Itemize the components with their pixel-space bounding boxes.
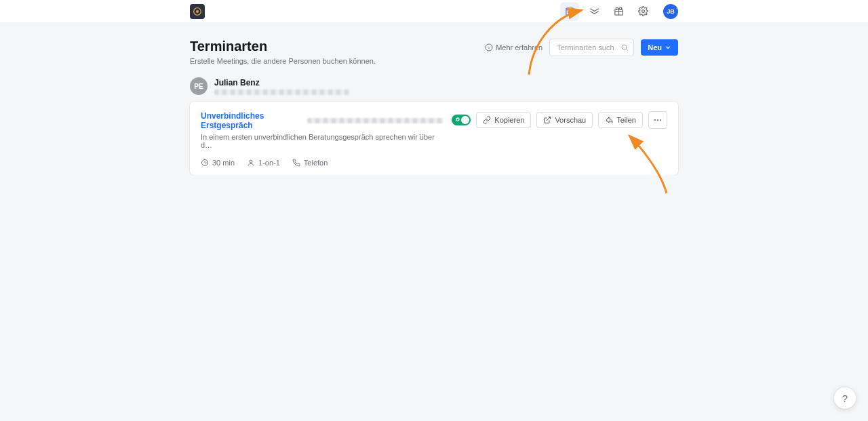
app-logo[interactable] (190, 4, 205, 19)
page-title: Terminarten (190, 39, 376, 54)
meta-duration: 30 min (201, 159, 235, 167)
page-header: Terminarten Erstelle Meetings, die ander… (190, 39, 678, 65)
share-icon (605, 116, 613, 124)
meta-location: Telefon (292, 159, 328, 167)
copy-button[interactable]: Kopieren (476, 112, 531, 128)
search-input-wrap (549, 39, 634, 56)
event-type-title[interactable]: Unverbindliches Erstgespräch (201, 111, 303, 130)
learn-more-label: Mehr erfahren (496, 43, 542, 52)
preview-label: Vorschau (555, 116, 586, 124)
gift-icon[interactable] (609, 2, 628, 21)
meta-location-label: Telefon (304, 159, 328, 167)
meta-duration-label: 30 min (212, 159, 235, 167)
svg-point-12 (250, 160, 252, 163)
phone-icon (292, 159, 300, 167)
svg-point-1 (196, 10, 199, 13)
svg-point-4 (642, 10, 644, 13)
preview-button[interactable]: Vorschau (536, 112, 593, 128)
event-type-card: Unverbindliches Erstgespräch In einem er… (190, 102, 678, 175)
more-button[interactable] (648, 111, 667, 129)
event-type-description: In einem ersten unverbindlichen Beratung… (201, 133, 443, 149)
check-icon (455, 117, 460, 122)
active-toggle[interactable] (452, 115, 471, 125)
inbox-icon[interactable] (585, 2, 604, 21)
svg-rect-2 (566, 8, 573, 15)
user-avatar[interactable]: JB (663, 4, 678, 19)
page-subtitle: Erstelle Meetings, die andere Personen b… (190, 57, 376, 65)
info-icon (485, 43, 493, 52)
svg-point-10 (660, 119, 661, 121)
page: Terminarten Erstelle Meetings, die ander… (190, 22, 678, 175)
gear-icon[interactable] (633, 2, 652, 21)
new-button-label: Neu (648, 43, 662, 52)
learn-more-link[interactable]: Mehr erfahren (485, 43, 542, 52)
svg-point-9 (657, 119, 658, 121)
link-icon (483, 116, 491, 124)
owner-avatar[interactable]: PE (190, 77, 208, 95)
copy-label: Kopieren (494, 116, 524, 124)
svg-point-6 (622, 45, 627, 49)
event-type-url-blurred (307, 118, 443, 123)
topbar: JB (0, 0, 868, 22)
more-icon (653, 115, 663, 125)
svg-point-8 (654, 119, 656, 121)
clock-icon (201, 159, 209, 167)
owner-name: Julian Benz (214, 78, 350, 87)
meta-attendees-label: 1-on-1 (258, 159, 280, 167)
external-link-icon (543, 116, 551, 124)
new-button[interactable]: Neu (641, 39, 678, 56)
share-label: Teilen (616, 116, 636, 124)
search-icon (620, 43, 629, 52)
chevron-down-icon (665, 44, 671, 51)
owner-row: PE Julian Benz (190, 77, 678, 95)
meta-attendees: 1-on-1 (247, 159, 280, 167)
share-button[interactable]: Teilen (598, 112, 643, 128)
user-icon (247, 159, 255, 167)
owner-link-blurred (214, 89, 350, 95)
calendar-icon[interactable] (560, 2, 579, 21)
